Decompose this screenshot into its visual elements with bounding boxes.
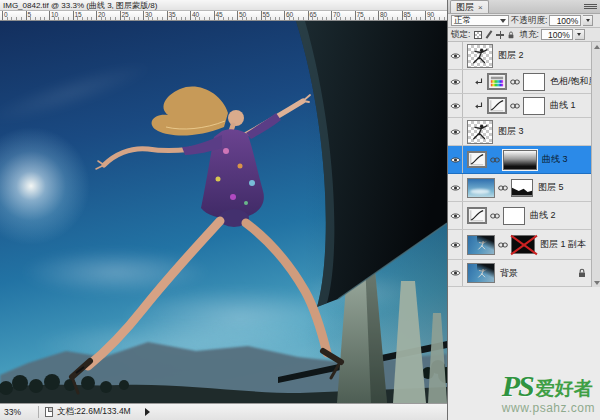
disabled-mask-thumbnail[interactable]	[511, 235, 535, 254]
panel-tab-bar: 图层 ×	[448, 0, 600, 14]
ruler-minor-tick	[430, 17, 431, 20]
ruler-minor-tick	[110, 17, 111, 20]
ruler-minor-tick	[204, 17, 205, 20]
opacity-slider-button[interactable]	[583, 15, 593, 26]
scroll-down-icon[interactable]	[593, 279, 600, 286]
lock-all-icon[interactable]	[507, 31, 515, 39]
visibility-toggle[interactable]	[448, 70, 463, 93]
background-lock-icon	[578, 268, 586, 278]
tab-layers[interactable]: 图层 ×	[450, 0, 489, 13]
zoom-level-field[interactable]: 33%	[0, 407, 34, 417]
curves-adjustment-icon[interactable]	[487, 97, 507, 114]
ruler-tick	[355, 11, 356, 20]
layer-row-layer5[interactable]: 图层 5	[448, 174, 600, 202]
tab-close-icon[interactable]: ×	[478, 3, 483, 12]
lock-transparency-icon[interactable]	[474, 31, 482, 39]
ruler-minor-tick	[199, 17, 200, 20]
ruler-tick	[331, 11, 332, 20]
blend-mode-select[interactable]: 正常	[451, 15, 509, 26]
panel-menu-icon[interactable]	[584, 2, 597, 11]
ruler-minor-tick	[420, 17, 421, 20]
visibility-toggle[interactable]	[448, 94, 463, 117]
bridge-beam	[296, 21, 447, 307]
fill-input[interactable]: 100%	[541, 29, 573, 40]
lock-paint-icon[interactable]	[485, 31, 493, 39]
ruler-minor-tick	[162, 17, 163, 20]
ruler-minor-tick	[195, 17, 196, 20]
ruler-minor-tick	[11, 17, 12, 20]
horizontal-ruler[interactable]: 051015202530354045505560657075808590	[0, 11, 447, 21]
panel-scrollbar[interactable]	[591, 42, 600, 287]
ruler-minor-tick	[444, 17, 445, 20]
curves-adjustment-icon[interactable]	[467, 151, 487, 168]
curves-adjustment-icon[interactable]	[467, 207, 487, 224]
layer-thumbnail[interactable]	[467, 178, 495, 198]
visibility-toggle[interactable]	[448, 42, 463, 69]
canvas-area[interactable]	[0, 21, 447, 403]
ruler-tick	[26, 11, 27, 20]
ruler-minor-tick	[298, 17, 299, 20]
document-title: IMG_0842.tif @ 33.3% (曲线 3, 图层蒙版/8)	[0, 0, 447, 11]
visibility-toggle[interactable]	[448, 230, 463, 259]
opacity-input[interactable]: 100%	[549, 15, 581, 26]
ruler-minor-tick	[275, 17, 276, 20]
layer-mask-thumbnail[interactable]	[523, 97, 545, 115]
ruler-minor-tick	[350, 17, 351, 20]
lock-row: 锁定: 填充: 100%	[448, 28, 600, 42]
ruler-minor-tick	[40, 17, 41, 20]
layer-mask-thumbnail[interactable]	[511, 179, 533, 197]
ruler-minor-tick	[434, 17, 435, 20]
layer-thumbnail[interactable]	[467, 263, 495, 283]
ruler-minor-tick	[387, 17, 388, 20]
panel-empty-area: PS 爱好者 www.psahz.com	[448, 287, 600, 420]
layers-panel: 图层 × 正常 不透明度: 100% 锁定: 填充: 100%	[447, 0, 600, 420]
ruler-minor-tick	[91, 17, 92, 20]
document-titlebar[interactable]: IMG_0842.tif @ 33.3% (曲线 3, 图层蒙版/8)	[0, 0, 447, 11]
ruler-minor-tick	[411, 17, 412, 20]
ruler-minor-tick	[397, 17, 398, 20]
visibility-toggle[interactable]	[448, 174, 463, 201]
document-size-info: 文档:22.6M/133.4M	[57, 406, 139, 418]
visibility-toggle[interactable]	[448, 118, 463, 145]
ruler-tick	[402, 11, 403, 20]
ruler-minor-tick	[82, 17, 83, 20]
ruler-minor-tick	[124, 17, 125, 20]
ruler-minor-tick	[345, 17, 346, 20]
lock-position-icon[interactable]	[496, 31, 504, 39]
gradient-mask-thumbnail[interactable]	[503, 150, 537, 170]
link-icon	[490, 156, 500, 164]
layer-thumbnail[interactable]	[467, 120, 493, 144]
eye-icon	[450, 269, 461, 277]
layer-row-layer3[interactable]: 图层 3	[448, 118, 600, 146]
layer-thumbnail[interactable]	[467, 235, 495, 255]
ruler-minor-tick	[35, 17, 36, 20]
visibility-toggle[interactable]	[448, 146, 463, 173]
layer-name: 曲线 2	[530, 209, 556, 222]
layer-thumbnail[interactable]	[467, 44, 493, 68]
layer-row-huesat1[interactable]: 色相/饱和度 1	[448, 70, 600, 94]
status-detail-arrow-icon[interactable]	[145, 408, 150, 416]
layer-row-curves3-selected[interactable]: 曲线 3	[448, 146, 600, 174]
link-icon	[498, 241, 508, 249]
ruler-tick	[143, 11, 144, 20]
visibility-toggle[interactable]	[448, 260, 463, 286]
visibility-toggle[interactable]	[448, 202, 463, 229]
fill-slider-button[interactable]	[575, 29, 585, 40]
layer-mask-thumbnail[interactable]	[503, 207, 525, 225]
opacity-label: 不透明度:	[511, 15, 547, 27]
ruler-minor-tick	[406, 17, 407, 20]
ruler-minor-tick	[68, 17, 69, 20]
layer-row-curves1[interactable]: 曲线 1	[448, 94, 600, 118]
ruler-minor-tick	[87, 17, 88, 20]
ruler-minor-tick	[303, 17, 304, 20]
layer-row-layer1-copy[interactable]: 图层 1 副本	[448, 230, 600, 260]
layer-row-layer2[interactable]: 图层 2	[448, 42, 600, 70]
layer-row-background[interactable]: 背景	[448, 260, 600, 287]
hue-saturation-adjustment-icon[interactable]	[487, 73, 507, 90]
ruler-tick	[167, 11, 168, 20]
scroll-up-icon[interactable]	[593, 43, 600, 50]
layer-row-curves2[interactable]: 曲线 2	[448, 202, 600, 230]
layer-mask-thumbnail[interactable]	[523, 73, 545, 91]
watermark: PS 爱好者 www.psahz.com	[502, 371, 595, 414]
ruler-tick	[214, 11, 215, 20]
